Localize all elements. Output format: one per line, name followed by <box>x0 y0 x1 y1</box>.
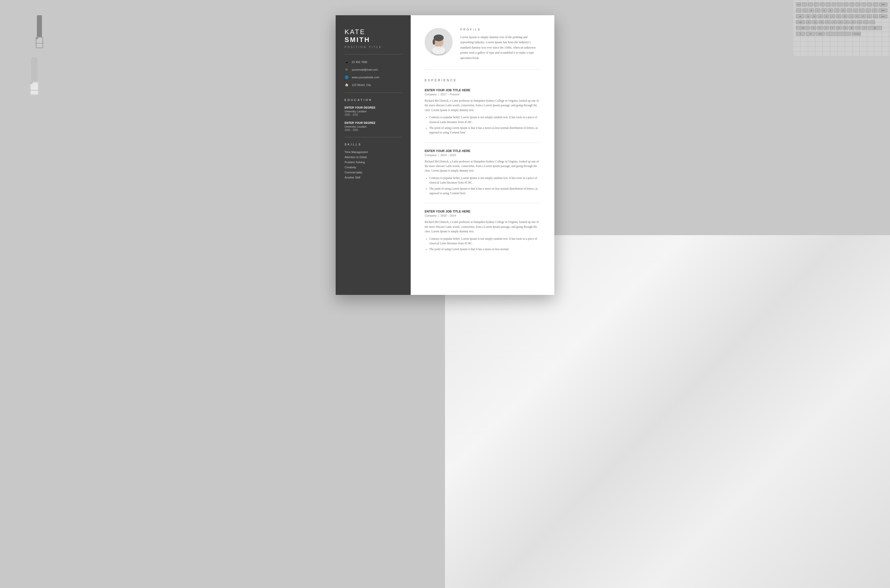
job-meta-2: Company | 2014 – 2015 <box>425 153 540 157</box>
svg-point-15 <box>432 39 435 45</box>
profile-label: PROFILE <box>460 28 540 31</box>
last-name: SMITH <box>345 36 402 44</box>
first-name: KATE <box>345 28 402 36</box>
bullet-2-2: The point of using Lorem Ipsum is that i… <box>429 186 540 196</box>
job-desc-3: Richard McClintock, a Latin professor at… <box>425 220 540 234</box>
skills-list: Time Management Attention to Detail Prob… <box>345 150 402 179</box>
svg-rect-5 <box>31 57 38 82</box>
web-icon: 🌐 <box>345 75 349 80</box>
job-bullets-1: Contrary to popular belief, Lorem Ipsum … <box>425 115 540 135</box>
job-title-2: ENTER YOUR JOB TITLE HERE <box>425 149 540 153</box>
bullet-1-2: The point of using Lorem Ipsum is that i… <box>429 126 540 135</box>
website-text: www.yourwebsite.com <box>352 76 380 79</box>
job-bullets-2: Contrary to popular belief, Lorem Ipsum … <box>425 176 540 196</box>
divider-1 <box>345 54 402 54</box>
job-meta-3: Company | 2010 – 2014 <box>425 214 540 217</box>
website-item: 🌐 www.yourwebsite.com <box>345 75 402 80</box>
main-divider-1 <box>425 142 540 143</box>
phone-item: 📱 23 456 7890 <box>345 60 402 64</box>
job-title-3: ENTER YOUR JOB TITLE HERE <box>425 210 540 213</box>
profile-photo <box>425 28 453 56</box>
email-icon: ✉ <box>345 68 349 72</box>
edu-university-1: University, Location <box>345 110 402 113</box>
binder-clip-top <box>33 15 46 48</box>
bullet-2-1: Contrary to popular belief, Lorem Ipsum … <box>429 176 540 185</box>
experience-heading: EXPERIENCE <box>425 78 540 82</box>
job-bullets-3: Contrary to popular belief, Lorem Ipsum … <box>425 236 540 252</box>
email-item: ✉ youremail@mail.com <box>345 68 402 72</box>
profile-text-block: PROFILE Lorem Ipsum is simply dummy text… <box>460 28 540 60</box>
name-block: KATE SMITH POSITION TITLE <box>345 28 402 48</box>
svg-point-16 <box>432 46 446 54</box>
job-block-3: ENTER YOUR JOB TITLE HERE Company | 2010… <box>425 210 540 251</box>
email-text: youremail@mail.com <box>352 68 378 71</box>
skill-2: Attention to Detail <box>345 156 402 159</box>
address-item: 🏠 123 Street, City <box>345 83 402 87</box>
job-block-1: ENTER YOUR JOB TITLE HERE Company | 2017… <box>425 88 540 135</box>
sidebar: KATE SMITH POSITION TITLE 📱 23 456 7890 … <box>336 15 411 295</box>
profile-description: Lorem Ipsum is simply dummy text of the … <box>460 34 540 60</box>
svg-point-9 <box>30 81 33 84</box>
phone-icon: 📱 <box>345 60 349 64</box>
skills-heading: SKILLS <box>345 143 402 146</box>
address-text: 123 Street, City <box>352 83 371 86</box>
job-meta-1: Company | 2017 – Present <box>425 93 540 96</box>
bullet-1-1: Contrary to popular belief, Lorem Ipsum … <box>429 115 540 124</box>
svg-rect-2 <box>37 38 42 47</box>
profile-section: PROFILE Lorem Ipsum is simply dummy text… <box>425 28 540 70</box>
education-block-2: ENTER YOUR DEGREE University, Location 2… <box>345 121 402 131</box>
job-block-2: ENTER YOUR JOB TITLE HERE Company | 2014… <box>425 149 540 196</box>
bullet-3-1: Contrary to popular belief, Lorem Ipsum … <box>429 236 540 246</box>
skill-3: Problem Solving <box>345 160 402 164</box>
address-icon: 🏠 <box>345 83 349 87</box>
edu-university-2: University, Location <box>345 125 402 128</box>
job-desc-1: Richard McClintock, a Latin professor at… <box>425 98 540 112</box>
education-heading: EDUCATION <box>345 98 402 101</box>
experience-section: EXPERIENCE ENTER YOUR JOB TITLE HERE Com… <box>425 78 540 252</box>
edu-years-1: 2000 - 2005 <box>345 113 402 116</box>
edu-years-2: 2000 - 2005 <box>345 129 402 131</box>
education-block-1: ENTER YOUR DEGREE University, Location 2… <box>345 106 402 116</box>
bullet-3-2: The point of using Lorem Ipsum is that i… <box>429 247 540 251</box>
binder-clip-bottom <box>27 57 42 95</box>
edu-degree-2: ENTER YOUR DEGREE <box>345 121 402 124</box>
svg-rect-7 <box>31 82 38 94</box>
job-title-1: ENTER YOUR JOB TITLE HERE <box>425 88 540 92</box>
job-desc-2: Richard McClintock, a Latin professor at… <box>425 159 540 173</box>
skill-4: Creativity <box>345 166 402 169</box>
svg-point-14 <box>434 34 444 41</box>
position-title: POSITION TITLE <box>345 46 402 48</box>
contact-list: 📱 23 456 7890 ✉ youremail@mail.com 🌐 www… <box>345 60 402 87</box>
edu-degree-1: ENTER YOUR DEGREE <box>345 106 402 109</box>
keyboard-decoration: esc delete ~ ! @ # $ % ^ & * ( <box>793 0 890 56</box>
phone-text: 23 456 7890 <box>352 60 367 63</box>
skill-6: Another Skill <box>345 176 402 179</box>
divider-3 <box>345 137 402 137</box>
main-content: PROFILE Lorem Ipsum is simply dummy text… <box>411 15 554 295</box>
svg-point-4 <box>36 37 38 39</box>
skill-1: Time Management <box>345 150 402 153</box>
svg-rect-0 <box>37 15 42 38</box>
skill-5: Commerciality <box>345 171 402 174</box>
resume-document: KATE SMITH POSITION TITLE 📱 23 456 7890 … <box>336 15 554 295</box>
